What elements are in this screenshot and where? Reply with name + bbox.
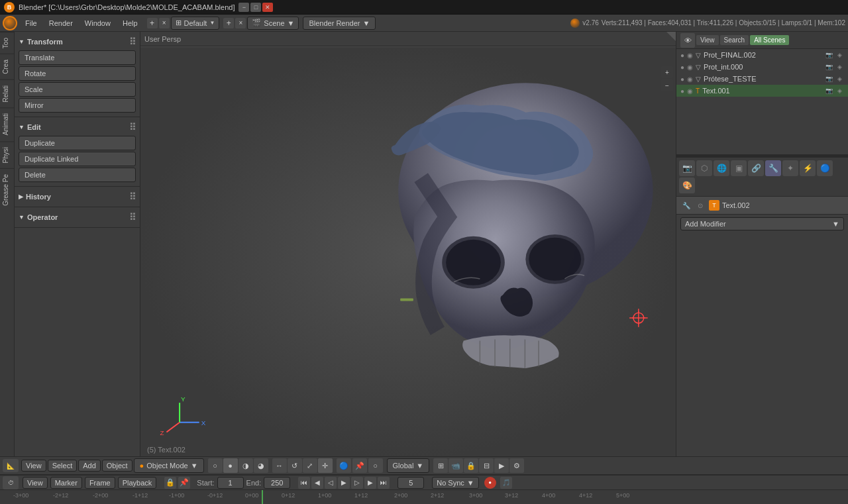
outliner-render-icon[interactable]: ◈ [835, 62, 844, 72]
next-frame-button[interactable]: ▶ [364, 477, 376, 489]
world-props-tab[interactable]: 🌐 [714, 160, 729, 176]
duplicate-button[interactable]: Duplicate [19, 136, 136, 150]
layout-add-button[interactable]: + [147, 18, 158, 28]
outliner-camera-icon[interactable]: 📷 [824, 74, 833, 83]
jump-start-button[interactable]: ⏮ [298, 477, 310, 489]
translate-tool-icon[interactable]: ↔ [272, 458, 287, 473]
texture-icon[interactable]: ◑ [238, 458, 253, 473]
particles-props-tab[interactable]: ✦ [782, 160, 798, 176]
manipulator-icon[interactable]: ✛ [318, 458, 333, 473]
sidebar-tab-create[interactable]: Crea [0, 54, 14, 79]
local-view-icon[interactable]: ⊞ [433, 458, 448, 473]
orientation-selector[interactable]: Global ▼ [387, 458, 430, 473]
view-tab[interactable]: View [696, 35, 719, 45]
modifiers-props-tab[interactable]: 🔧 [765, 160, 781, 176]
outliner-camera-icon[interactable]: 📷 [824, 62, 833, 72]
render-engine-selector[interactable]: Blender Render ▼ [303, 17, 376, 30]
layout-close-button[interactable]: × [159, 18, 170, 28]
outliner-icon[interactable]: 👁 [680, 33, 695, 48]
timeline-ruler[interactable]: -3+00 -2+12 -2+00 -1+12 -1+00 -0+12 0+00… [0, 490, 848, 504]
sync-mode-selector[interactable]: No Sync ▼ [432, 477, 478, 489]
outliner-render-icon[interactable]: ◈ [835, 74, 844, 83]
history-dots-icon[interactable]: ⠿ [129, 191, 136, 202]
mirror-button[interactable]: Mirror [19, 98, 136, 113]
data-props-tab[interactable]: 🔵 [817, 160, 833, 176]
jump-end-button[interactable]: ⏭ [378, 477, 390, 489]
settings-icon[interactable]: ⚙ [509, 458, 524, 473]
object-mode-dropdown[interactable]: ● Object Mode ▼ [134, 458, 204, 473]
zoom-out-icon[interactable]: − [661, 79, 673, 91]
rotate-button[interactable]: Rotate [19, 66, 136, 81]
physics-props-tab[interactable]: ⚡ [800, 160, 816, 176]
close-button[interactable]: ✕ [262, 3, 273, 12]
scene-add-button[interactable]: + [223, 18, 234, 28]
lock-icon[interactable]: 🔒 [464, 458, 478, 473]
viewport-3d[interactable]: User Persp [140, 32, 676, 459]
constraints-props-tab[interactable]: 🔗 [748, 160, 764, 176]
outliner-item[interactable]: ● ◉ T Text.001 📷 ◈ [676, 85, 848, 97]
current-frame-input[interactable] [398, 477, 424, 489]
timeline-type-icon[interactable]: ⏱ [3, 476, 19, 489]
snap2-icon[interactable]: 📌 [352, 458, 367, 473]
play-button[interactable]: ▶ [338, 477, 350, 489]
outliner-item[interactable]: ● ◉ ▽ Prótese_TESTE 📷 ◈ [676, 73, 848, 85]
all-scenes-tab[interactable]: All Scenes [750, 35, 789, 45]
help-menu[interactable]: Help [117, 18, 143, 28]
audio-icon[interactable]: 🎵 [500, 477, 512, 489]
circle-dots-icon[interactable]: ⊙ [694, 199, 706, 211]
proportional-icon[interactable]: ○ [368, 458, 383, 473]
skull-viewport[interactable]: X Y Z + − (5) Text.002 [140, 46, 676, 459]
material-props-tab[interactable]: 🎨 [679, 177, 695, 193]
render-menu[interactable]: Render [44, 18, 78, 28]
search-tab[interactable]: Search [720, 35, 749, 45]
operator-dots-icon[interactable]: ⠿ [129, 212, 136, 223]
render-icon[interactable]: ▶ [494, 458, 509, 473]
outliner-render-icon[interactable]: ◈ [835, 50, 844, 60]
scene-close-button[interactable]: × [235, 18, 246, 28]
prev-keyframe-button[interactable]: ◁ [325, 477, 337, 489]
camera-view-icon[interactable]: 📹 [449, 458, 463, 473]
minimize-button[interactable]: − [238, 3, 249, 12]
sidebar-tab-animation[interactable]: Animati [0, 107, 14, 140]
timeline-frame-menu[interactable]: Frame [85, 477, 115, 489]
blender-menu-icon[interactable] [3, 16, 17, 30]
wireframe-icon[interactable]: ○ [208, 458, 223, 473]
add-menu[interactable]: Add [78, 460, 101, 472]
window-menu[interactable]: Window [80, 18, 116, 28]
sidebar-tab-grease-pencil[interactable]: Grease Pe [0, 168, 14, 211]
add-modifier-button[interactable]: Add Modifier ▼ [680, 217, 844, 230]
sidebar-tab-tools[interactable]: Too [0, 32, 14, 54]
object-menu[interactable]: Object [102, 460, 132, 472]
sidebar-tab-relations[interactable]: Relati [0, 79, 14, 108]
prev-frame-button[interactable]: ◀ [311, 477, 323, 489]
outliner-camera-icon[interactable]: 📷 [824, 50, 833, 60]
start-frame-input[interactable] [217, 477, 244, 489]
next-keyframe-button[interactable]: ▷ [351, 477, 363, 489]
duplicate-linked-button[interactable]: Duplicate Linked [19, 152, 136, 166]
view-menu-bottom[interactable]: View [21, 460, 46, 472]
lock-timeline-icon[interactable]: 🔒 [164, 477, 176, 489]
transform-dots-icon[interactable]: ⠿ [129, 36, 136, 47]
render-props-tab[interactable]: 📷 [679, 160, 695, 176]
solid-icon[interactable]: ● [223, 458, 238, 473]
grid-icon[interactable]: ⊟ [479, 458, 494, 473]
outliner-render-icon[interactable]: ◈ [835, 86, 844, 95]
record-button[interactable]: ● [484, 477, 496, 489]
timeline-marker-menu[interactable]: Marker [50, 477, 82, 489]
rotate-tool-icon[interactable]: ↺ [288, 458, 302, 473]
edit-header[interactable]: ▼ Edit ⠿ [15, 120, 140, 134]
timeline-playback-menu[interactable]: Playback [118, 477, 157, 489]
history-header[interactable]: ▶ History ⠿ [15, 189, 140, 204]
viewport-type-icon[interactable]: 📐 [3, 459, 19, 472]
wrench-icon[interactable]: 🔧 [680, 199, 692, 211]
scale-tool-icon[interactable]: ⤢ [303, 458, 317, 473]
outliner-item[interactable]: ● ◉ ▽ Prot_FINAL.002 📷 ◈ [676, 49, 848, 61]
translate-button[interactable]: Translate [19, 50, 136, 65]
delete-button[interactable]: Delete [19, 168, 136, 182]
maximize-button[interactable]: □ [250, 3, 261, 12]
timeline-view-menu[interactable]: View [23, 477, 48, 489]
zoom-in-icon[interactable]: + [661, 66, 673, 78]
blender-logo-icon[interactable]: B [4, 2, 15, 13]
file-menu[interactable]: File [20, 18, 42, 28]
sidebar-tab-physics[interactable]: Physi [0, 141, 14, 168]
